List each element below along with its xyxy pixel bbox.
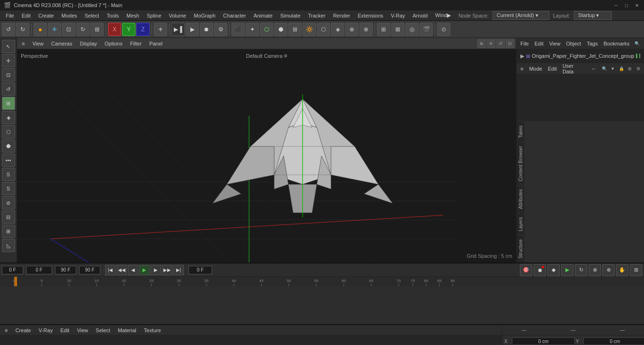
preview-end-input[interactable] — [79, 266, 100, 274]
vp-btn-2[interactable]: ✛ — [487, 39, 495, 48]
play-btn[interactable]: ▶ — [139, 265, 150, 275]
tool-uv[interactable]: S — [2, 168, 15, 181]
axis-z-button[interactable]: Z — [136, 23, 150, 36]
close-button[interactable]: ✕ — [634, 2, 640, 9]
texture-button[interactable]: ⬡ — [317, 23, 330, 36]
undo-button[interactable]: ↺ — [2, 23, 15, 36]
attr-menu-icon[interactable]: ≡ — [519, 65, 525, 73]
tool-move[interactable]: ✛ — [2, 54, 15, 67]
menu-character[interactable]: Character — [219, 12, 250, 19]
mat-menu-texture[interactable]: Texture — [141, 327, 164, 334]
vtab-layers[interactable]: Layers — [517, 213, 524, 235]
tool-bridge[interactable]: ⊟ — [2, 210, 15, 224]
bone-button[interactable]: ⊗ — [359, 23, 373, 36]
vp-menu-panel[interactable]: Panel — [146, 40, 165, 47]
transform-button[interactable]: ⊞ — [90, 23, 104, 36]
front-view-button[interactable]: ✦ — [246, 23, 259, 36]
next-frame-btn[interactable]: ▶▶ — [162, 265, 172, 275]
add-object-button[interactable]: + — [154, 23, 167, 36]
anim-keyframe-btn[interactable]: ◆ — [547, 264, 560, 276]
play-forward-button[interactable]: ▶ — [186, 23, 199, 36]
object-axis-button[interactable]: ⊞ — [377, 23, 390, 36]
start-frame-input[interactable] — [2, 266, 23, 274]
render-to-po-button[interactable]: 🎬 — [420, 23, 433, 36]
tool-rotate[interactable]: ↺ — [2, 82, 15, 96]
menu-mograph[interactable]: MoGraph — [190, 12, 219, 19]
points-mode-button[interactable]: ● — [34, 23, 47, 36]
tool-poly[interactable]: ⬡ — [2, 125, 15, 138]
anim-record-btn[interactable]: ⏺ — [534, 264, 546, 276]
obj-menu-tags[interactable]: Tags — [585, 40, 599, 47]
end-frame-input[interactable] — [55, 266, 76, 274]
menu-edit[interactable]: Edit — [18, 12, 35, 19]
vp-menu-view[interactable]: View — [29, 40, 46, 47]
obj-filter-icon[interactable]: ▼ — [642, 40, 644, 47]
menu-animate[interactable]: Animate — [250, 12, 276, 19]
anim-btn-1[interactable]: 🎯 — [520, 264, 532, 276]
mat-menu-vray[interactable]: V-Ray — [36, 327, 55, 334]
mat-menu-view[interactable]: View — [74, 327, 91, 334]
menu-simulate[interactable]: Simulate — [277, 12, 304, 19]
tool-select[interactable]: ↖ — [2, 40, 15, 53]
current-frame-input[interactable] — [26, 266, 52, 274]
menu-extensions[interactable]: Extensions — [354, 12, 387, 19]
menu-layout-value[interactable]: Startup ▾ — [574, 11, 612, 20]
obj-menu-file[interactable]: File — [519, 40, 531, 47]
attr-back-btn[interactable]: ← — [590, 65, 599, 73]
axis-x-button[interactable]: X — [108, 23, 121, 36]
prev-frame-btn[interactable]: ◀◀ — [116, 265, 127, 275]
obj-render-dot[interactable] — [639, 54, 640, 58]
menu-arnold[interactable]: Arnold — [409, 12, 431, 19]
minimize-button[interactable]: ─ — [613, 2, 619, 9]
menu-vray[interactable]: V-Ray — [387, 12, 409, 19]
vp-menu-display[interactable]: Display — [77, 40, 100, 47]
coord-y-input[interactable] — [583, 337, 644, 345]
tool-live[interactable]: ◈ — [2, 111, 15, 124]
frame-display[interactable] — [188, 266, 212, 274]
scale-tool-button[interactable]: ⊡ — [62, 23, 75, 36]
tool-point[interactable]: ••• — [2, 154, 15, 167]
attr-settings-icon[interactable]: ⚙ — [635, 65, 642, 73]
anim-play-btn[interactable]: ▶ — [561, 264, 573, 276]
tool-edge[interactable]: ⬟ — [2, 139, 15, 153]
vp-menu-options[interactable]: Options — [102, 40, 125, 47]
step-back-btn[interactable]: ◀ — [128, 265, 138, 275]
tool-extrude[interactable]: ⊞ — [2, 225, 15, 238]
axis-y-button[interactable]: Y — [122, 23, 135, 36]
record-button[interactable]: ⏺ — [200, 23, 213, 36]
tool-bevel[interactable]: ◺ — [2, 239, 15, 252]
quad-view-button[interactable]: ⊞ — [288, 23, 302, 36]
tool-transform[interactable]: ⊞ — [2, 97, 15, 110]
vp-menu-filter[interactable]: Filter — [127, 40, 144, 47]
anim-mix-btn[interactable]: ⊗ — [589, 264, 601, 276]
vtab-attributes[interactable]: Attributes — [517, 185, 524, 213]
step-forward-btn[interactable]: ▶ — [151, 265, 161, 275]
mat-menu-select[interactable]: Select — [93, 327, 113, 334]
obj-menu-object[interactable]: Object — [564, 40, 583, 47]
attr-expand-icon[interactable]: ⊞ — [626, 65, 634, 73]
obj-visibility-dot[interactable] — [636, 54, 637, 58]
vp-menu-cameras[interactable]: Cameras — [48, 40, 75, 47]
obj-menu-edit[interactable]: Edit — [533, 40, 546, 47]
menu-render[interactable]: Render — [329, 12, 354, 19]
attr-menu-mode[interactable]: Mode — [527, 65, 544, 73]
obj-search-icon[interactable]: 🔍 — [633, 40, 641, 47]
mat-menu-create[interactable]: Create — [12, 327, 34, 334]
menu-spline[interactable]: Spline — [143, 12, 165, 19]
menu-tracker[interactable]: Tracker — [304, 12, 330, 19]
mat-menu-icon[interactable]: ≡ — [2, 327, 10, 334]
obj-menu-bookmarks[interactable]: Bookmarks — [601, 40, 631, 47]
material-button[interactable]: ◈ — [331, 23, 344, 36]
vp-btn-4[interactable]: ⊡ — [506, 39, 514, 48]
mat-menu-edit[interactable]: Edit — [57, 327, 72, 334]
menu-select[interactable]: Select — [81, 12, 103, 19]
menu-tools[interactable]: Tools — [103, 12, 123, 19]
anim-extra-btn[interactable]: ⊞ — [630, 264, 642, 276]
menu-create[interactable]: Create — [35, 12, 58, 19]
menu-volume[interactable]: Volume — [165, 12, 190, 19]
obj-menu-view[interactable]: View — [547, 40, 563, 47]
vtab-structure[interactable]: Structure — [517, 235, 524, 263]
tool-knife[interactable]: ⊘ — [2, 196, 15, 209]
attr-filter-icon[interactable]: ▼ — [609, 65, 617, 73]
light-button[interactable]: 🔆 — [303, 23, 316, 36]
